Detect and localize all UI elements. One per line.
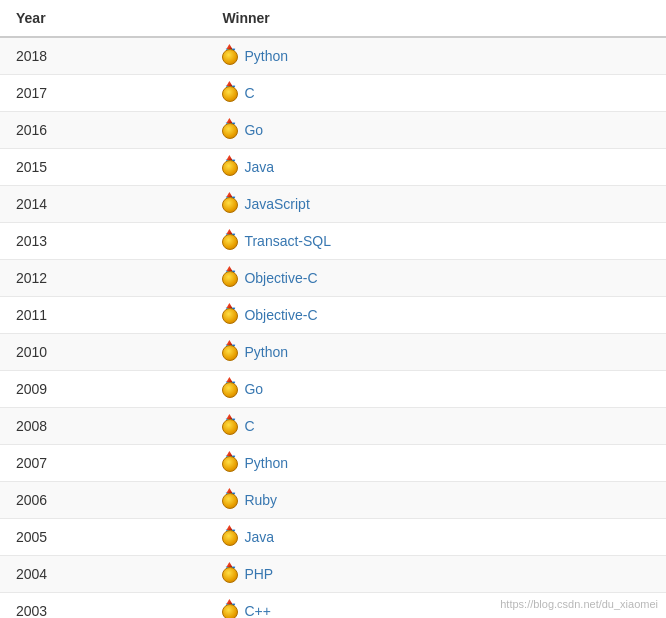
medal-icon: 🥇 bbox=[222, 566, 238, 582]
table-row: 2015🥇Java bbox=[0, 149, 666, 186]
winner-cell: 🥇Python bbox=[206, 37, 666, 75]
table-row: 2010🥇Python bbox=[0, 334, 666, 371]
winner-link[interactable]: Python bbox=[244, 344, 288, 360]
medal-icon: 🥇 bbox=[222, 381, 238, 397]
year-cell: 2016 bbox=[0, 112, 206, 149]
year-cell: 2005 bbox=[0, 519, 206, 556]
table-row: 2018🥇Python bbox=[0, 37, 666, 75]
winner-cell: 🥇Go bbox=[206, 371, 666, 408]
winner-link[interactable]: Python bbox=[244, 48, 288, 64]
winner-link[interactable]: C bbox=[244, 85, 254, 101]
table-header: Year Winner bbox=[0, 0, 666, 37]
winner-cell: 🥇JavaScript bbox=[206, 186, 666, 223]
medal-icon: 🥇 bbox=[222, 603, 238, 618]
table-body: 2018🥇Python2017🥇C2016🥇Go2015🥇Java2014🥇Ja… bbox=[0, 37, 666, 618]
winner-cell: 🥇Java bbox=[206, 149, 666, 186]
winner-cell: 🥇PHP bbox=[206, 556, 666, 593]
winner-link[interactable]: JavaScript bbox=[244, 196, 309, 212]
medal-icon: 🥇 bbox=[222, 344, 238, 360]
winner-link[interactable]: Ruby bbox=[244, 492, 277, 508]
medal-icon: 🥇 bbox=[222, 196, 238, 212]
table-row: 2014🥇JavaScript bbox=[0, 186, 666, 223]
table-row: 2017🥇C bbox=[0, 75, 666, 112]
winner-column-header: Winner bbox=[206, 0, 666, 37]
winner-cell: 🥇C bbox=[206, 408, 666, 445]
medal-icon: 🥇 bbox=[222, 418, 238, 434]
table-row: 2006🥇Ruby bbox=[0, 482, 666, 519]
header-row: Year Winner bbox=[0, 0, 666, 37]
winner-cell: 🥇C bbox=[206, 75, 666, 112]
winner-link[interactable]: Objective-C bbox=[244, 270, 317, 286]
winner-link[interactable]: Go bbox=[244, 381, 263, 397]
winner-cell: 🥇Go bbox=[206, 112, 666, 149]
medal-icon: 🥇 bbox=[222, 159, 238, 175]
medal-icon: 🥇 bbox=[222, 270, 238, 286]
year-cell: 2009 bbox=[0, 371, 206, 408]
winner-link[interactable]: Python bbox=[244, 455, 288, 471]
year-cell: 2007 bbox=[0, 445, 206, 482]
medal-icon: 🥇 bbox=[222, 48, 238, 64]
year-cell: 2013 bbox=[0, 223, 206, 260]
year-cell: 2018 bbox=[0, 37, 206, 75]
medal-icon: 🥇 bbox=[222, 492, 238, 508]
winner-cell: 🥇Objective-C bbox=[206, 297, 666, 334]
medal-icon: 🥇 bbox=[222, 307, 238, 323]
winner-link[interactable]: Objective-C bbox=[244, 307, 317, 323]
table-row: 2007🥇Python bbox=[0, 445, 666, 482]
winners-table: Year Winner 2018🥇Python2017🥇C2016🥇Go2015… bbox=[0, 0, 666, 618]
medal-icon: 🥇 bbox=[222, 529, 238, 545]
year-cell: 2015 bbox=[0, 149, 206, 186]
winner-cell: 🥇Objective-C bbox=[206, 260, 666, 297]
year-cell: 2003 bbox=[0, 593, 206, 619]
year-cell: 2010 bbox=[0, 334, 206, 371]
winner-link[interactable]: Java bbox=[244, 529, 274, 545]
year-cell: 2008 bbox=[0, 408, 206, 445]
medal-icon: 🥇 bbox=[222, 85, 238, 101]
table-row: 2012🥇Objective-C bbox=[0, 260, 666, 297]
winner-cell: 🥇Java bbox=[206, 519, 666, 556]
year-cell: 2011 bbox=[0, 297, 206, 334]
winner-link[interactable]: C bbox=[244, 418, 254, 434]
year-column-header: Year bbox=[0, 0, 206, 37]
winner-cell: 🥇Python bbox=[206, 334, 666, 371]
year-cell: 2012 bbox=[0, 260, 206, 297]
winner-link[interactable]: Java bbox=[244, 159, 274, 175]
table-row: 2009🥇Go bbox=[0, 371, 666, 408]
winner-cell: 🥇Transact-SQL bbox=[206, 223, 666, 260]
year-cell: 2006 bbox=[0, 482, 206, 519]
winner-link[interactable]: PHP bbox=[244, 566, 273, 582]
table-row: 2008🥇C bbox=[0, 408, 666, 445]
winner-cell: 🥇Python bbox=[206, 445, 666, 482]
year-cell: 2014 bbox=[0, 186, 206, 223]
medal-icon: 🥇 bbox=[222, 233, 238, 249]
medal-icon: 🥇 bbox=[222, 122, 238, 138]
winner-link[interactable]: Transact-SQL bbox=[244, 233, 331, 249]
table-container: Year Winner 2018🥇Python2017🥇C2016🥇Go2015… bbox=[0, 0, 666, 618]
winner-link[interactable]: C++ bbox=[244, 603, 270, 618]
winner-cell: 🥇Ruby bbox=[206, 482, 666, 519]
table-row: 2011🥇Objective-C bbox=[0, 297, 666, 334]
year-cell: 2004 bbox=[0, 556, 206, 593]
table-row: 2004🥇PHP bbox=[0, 556, 666, 593]
table-row: 2013🥇Transact-SQL bbox=[0, 223, 666, 260]
medal-icon: 🥇 bbox=[222, 455, 238, 471]
winner-link[interactable]: Go bbox=[244, 122, 263, 138]
table-row: 2016🥇Go bbox=[0, 112, 666, 149]
table-row: 2005🥇Java bbox=[0, 519, 666, 556]
watermark: https://blog.csdn.net/du_xiaomei bbox=[500, 598, 658, 610]
year-cell: 2017 bbox=[0, 75, 206, 112]
